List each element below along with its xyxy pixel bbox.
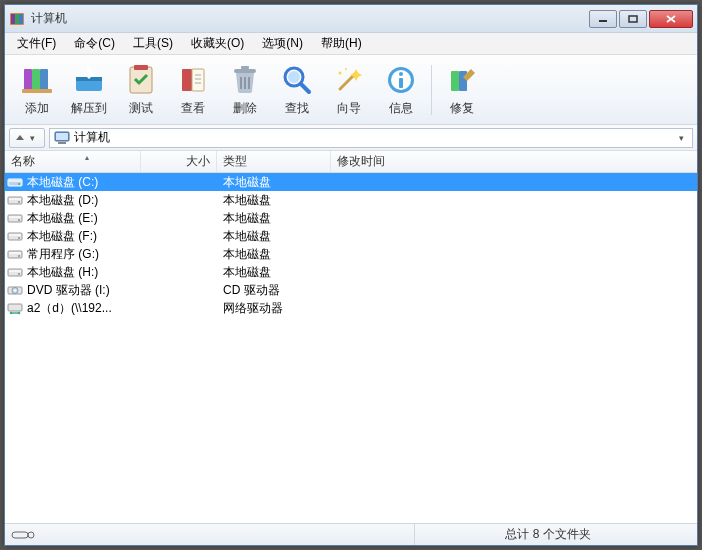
find-button[interactable]: 查找 (271, 59, 323, 121)
menu-commands[interactable]: 命令(C) (66, 33, 123, 54)
cell-type: 本地磁盘 (217, 174, 331, 191)
header-date[interactable]: 修改时间 (331, 151, 457, 172)
svg-point-63 (10, 312, 13, 315)
menu-tools[interactable]: 工具(S) (125, 33, 181, 54)
find-label: 查找 (285, 100, 309, 117)
svg-point-34 (399, 72, 403, 76)
table-row[interactable]: 本地磁盘 (H:)本地磁盘 (5, 263, 697, 281)
close-icon (666, 15, 676, 23)
header-name-label: 名称 (11, 153, 35, 170)
sort-indicator-icon: ▴ (85, 153, 89, 162)
info-label: 信息 (389, 100, 413, 117)
cell-name: 常用程序 (G:) (5, 246, 141, 263)
status-left (5, 524, 415, 545)
trash-icon (228, 63, 262, 97)
svg-point-52 (18, 237, 20, 239)
table-row[interactable]: DVD 驱动器 (I:)CD 驱动器 (5, 281, 697, 299)
view-button[interactable]: 查看 (167, 59, 219, 121)
pathbar: ▾ 计算机 ▾ (5, 125, 697, 151)
svg-rect-35 (399, 78, 403, 88)
cell-name: DVD 驱动器 (I:) (5, 282, 141, 299)
cell-name: 本地磁盘 (H:) (5, 264, 141, 281)
svg-rect-39 (56, 133, 68, 140)
cell-type: 本地磁盘 (217, 210, 331, 227)
svg-rect-36 (451, 71, 459, 91)
status-summary: 总计 8 个文件夹 (415, 526, 681, 543)
svg-rect-40 (58, 142, 66, 144)
svg-rect-10 (40, 69, 48, 91)
column-headers: 名称 ▴ 大小 类型 修改时间 (5, 151, 697, 173)
test-button[interactable]: 测试 (115, 59, 167, 121)
svg-point-61 (14, 290, 16, 292)
toolbar: 添加 解压到 测试 查看 删除 查找 向导 信息 (5, 55, 697, 125)
path-dropdown-icon[interactable]: ▾ (674, 133, 688, 143)
minimize-button[interactable] (589, 10, 617, 28)
menu-help[interactable]: 帮助(H) (313, 33, 370, 54)
toolbar-separator (431, 65, 432, 115)
svg-rect-51 (9, 234, 21, 236)
cell-type: 网络驱动器 (217, 300, 331, 317)
wand-icon (332, 63, 366, 97)
minimize-icon (598, 15, 608, 23)
table-row[interactable]: 本地磁盘 (E:)本地磁盘 (5, 209, 697, 227)
file-list[interactable]: 本地磁盘 (C:)本地磁盘本地磁盘 (D:)本地磁盘本地磁盘 (E:)本地磁盘本… (5, 173, 697, 523)
titlebar: 计算机 (5, 5, 697, 33)
close-button[interactable] (649, 10, 693, 28)
svg-rect-2 (15, 14, 19, 24)
repair-label: 修复 (450, 100, 474, 117)
header-size[interactable]: 大小 (141, 151, 217, 172)
table-row[interactable]: a2（d）(\\192...网络驱动器 (5, 299, 697, 317)
svg-point-64 (18, 312, 21, 315)
repair-icon (445, 63, 479, 97)
cell-name: 本地磁盘 (E:) (5, 210, 141, 227)
svg-rect-62 (8, 304, 22, 311)
add-button[interactable]: 添加 (11, 59, 63, 121)
delete-button[interactable]: 删除 (219, 59, 271, 121)
svg-rect-5 (629, 16, 637, 22)
wizard-label: 向导 (337, 100, 361, 117)
table-row[interactable]: 本地磁盘 (D:)本地磁盘 (5, 191, 697, 209)
svg-rect-48 (9, 216, 21, 218)
svg-rect-17 (192, 69, 204, 91)
info-button[interactable]: 信息 (375, 59, 427, 121)
svg-rect-9 (32, 69, 40, 91)
svg-rect-16 (182, 69, 192, 91)
window-controls (589, 10, 693, 28)
header-name[interactable]: 名称 ▴ (5, 151, 141, 172)
svg-rect-57 (9, 270, 21, 272)
svg-rect-22 (241, 66, 249, 69)
menu-options[interactable]: 选项(N) (254, 33, 311, 54)
extract-button[interactable]: 解压到 (63, 59, 115, 121)
header-type[interactable]: 类型 (217, 151, 331, 172)
menu-favorites[interactable]: 收藏夹(O) (183, 33, 252, 54)
svg-point-55 (18, 255, 20, 257)
svg-rect-65 (12, 532, 28, 538)
table-row[interactable]: 本地磁盘 (F:)本地磁盘 (5, 227, 697, 245)
svg-rect-54 (9, 252, 21, 254)
repair-button[interactable]: 修复 (436, 59, 488, 121)
svg-point-31 (345, 68, 347, 70)
svg-point-46 (18, 201, 20, 203)
delete-label: 删除 (233, 100, 257, 117)
svg-point-30 (339, 71, 342, 74)
path-field[interactable]: 计算机 ▾ (49, 128, 693, 148)
svg-rect-1 (11, 14, 15, 24)
cell-type: 本地磁盘 (217, 192, 331, 209)
statusbar: 总计 8 个文件夹 (5, 523, 697, 545)
info-icon (384, 63, 418, 97)
svg-point-66 (28, 532, 34, 538)
chevron-down-icon: ▾ (25, 133, 39, 143)
add-label: 添加 (25, 100, 49, 117)
svg-point-58 (18, 273, 20, 275)
status-icon (11, 529, 35, 541)
svg-point-49 (18, 219, 20, 221)
table-row[interactable]: 常用程序 (G:)本地磁盘 (5, 245, 697, 263)
path-label: 计算机 (74, 129, 110, 146)
menu-file[interactable]: 文件(F) (9, 33, 64, 54)
wizard-button[interactable]: 向导 (323, 59, 375, 121)
view-icon (176, 63, 210, 97)
table-row[interactable]: 本地磁盘 (C:)本地磁盘 (5, 173, 697, 191)
maximize-button[interactable] (619, 10, 647, 28)
window-title: 计算机 (31, 10, 589, 27)
up-button[interactable]: ▾ (9, 128, 45, 148)
